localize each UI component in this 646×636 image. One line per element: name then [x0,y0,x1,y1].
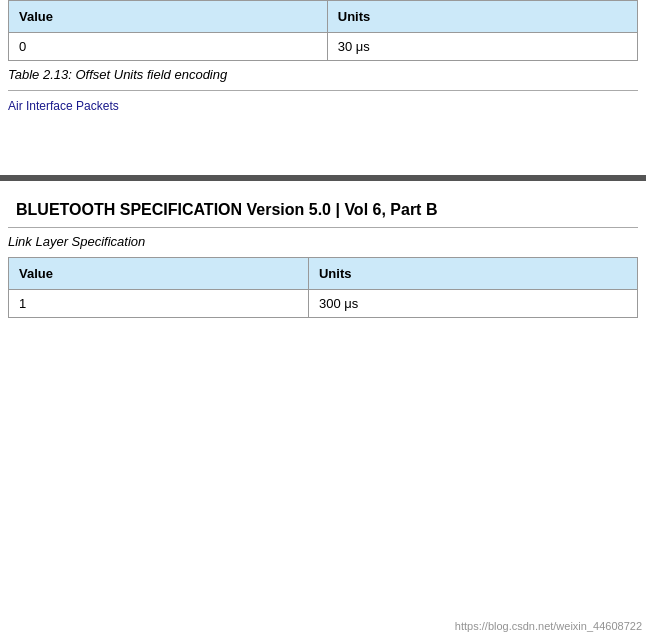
bluetooth-title: BLUETOOTH SPECIFICATION Version 5.0 | Vo… [8,201,638,223]
bottom-table-section: Value Units 1 300 μs [0,257,646,318]
table-row: 0 30 μs [9,33,638,61]
table-caption: Table 2.13: Offset Units field encoding [0,61,646,86]
bottom-table-header-value: Value [9,258,309,290]
bottom-table-cell-value-0: 1 [9,290,309,318]
divider-thin-top [8,90,638,91]
spacer [0,115,646,175]
top-table-section: Value Units 0 30 μs [0,0,646,61]
bottom-table-header-units: Units [308,258,637,290]
air-interface-label: Air Interface Packets [0,95,646,115]
top-table-cell-value-0: 0 [9,33,328,61]
top-table-header-value: Value [9,1,328,33]
top-table: Value Units 0 30 μs [8,0,638,61]
page-wrapper: Value Units 0 30 μs Table 2.13: Offset U… [0,0,646,318]
bottom-table-cell-units-0: 300 μs [308,290,637,318]
footer-section: BLUETOOTH SPECIFICATION Version 5.0 | Vo… [0,181,646,227]
divider-thin-footer [8,227,638,228]
top-table-header-units: Units [327,1,637,33]
table-row: 1 300 μs [9,290,638,318]
top-table-cell-units-0: 30 μs [327,33,637,61]
link-layer-label: Link Layer Specification [0,232,646,257]
bottom-table: Value Units 1 300 μs [8,257,638,318]
